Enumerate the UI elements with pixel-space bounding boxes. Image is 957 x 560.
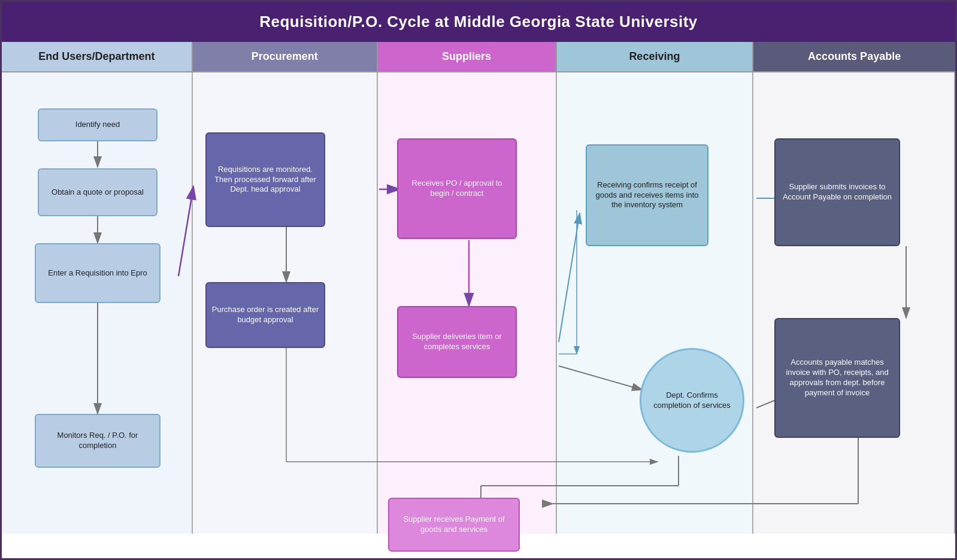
supplier-deliveries-box: Supplier deliveries item or completes se… xyxy=(397,306,517,378)
main-container: Requisition/P.O. Cycle at Middle Georgia… xyxy=(0,0,957,560)
header-accounts: Accounts Payable xyxy=(753,42,955,71)
receives-po-box: Receives PO / approval to begin / contra… xyxy=(397,138,517,239)
header-procurement: Procurement xyxy=(193,42,378,71)
column-headers: End Users/Department Procurement Supplie… xyxy=(2,42,955,72)
content-wrapper: Identify need Obtain a quote or proposal… xyxy=(2,72,955,558)
dept-confirms-circle: Dept. Confirms completion of services xyxy=(640,348,744,453)
purchase-order-box: Purchase order is created after budget a… xyxy=(205,282,325,348)
supplier-submits-box: Supplier submits invoices to Account Pay… xyxy=(774,138,900,246)
enter-requisition-box: Enter a Requisition into Epro xyxy=(35,243,160,303)
requisitions-monitored-box: Requisitions are monitored. Then process… xyxy=(205,132,325,227)
identify-need-box: Identify need xyxy=(38,108,158,141)
monitors-req-box: Monitors Req. / P.O. for completion xyxy=(35,414,160,468)
page-title: Requisition/P.O. Cycle at Middle Georgia… xyxy=(2,2,955,42)
lane-receiving xyxy=(557,72,754,534)
receiving-confirms-box: Receiving confirms receipt of goods and … xyxy=(586,144,708,246)
header-suppliers: Suppliers xyxy=(378,42,557,71)
header-end-users: End Users/Department xyxy=(2,42,193,71)
obtain-quote-box: Obtain a quote or proposal xyxy=(38,168,158,216)
accounts-payable-matches-box: Accounts payable matches invoice with PO… xyxy=(774,318,900,438)
header-receiving: Receiving xyxy=(557,42,754,71)
supplier-receives-payment-box: Supplier receives Payment of goods and s… xyxy=(388,498,520,552)
diagram-area: End Users/Department Procurement Supplie… xyxy=(2,42,955,558)
